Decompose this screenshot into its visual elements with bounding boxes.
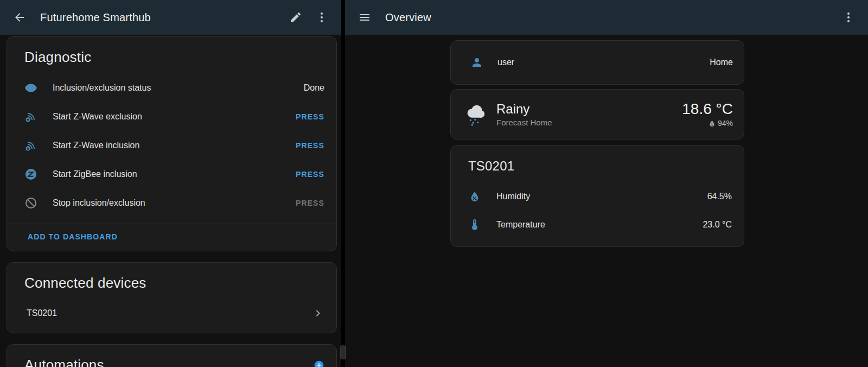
- eye-icon: [24, 81, 37, 94]
- kebab-menu-icon: [315, 11, 328, 24]
- automations-title-row: Automations: [7, 345, 336, 367]
- diagnostic-row-inclusion-status[interactable]: Inclusion/exclusion status Done: [7, 73, 336, 102]
- humidity-icon: [468, 190, 481, 203]
- device-page-content: Diagnostic Inclusion/exclusion status Do…: [0, 35, 341, 367]
- diagnostic-card: Diagnostic Inclusion/exclusion status Do…: [7, 36, 337, 251]
- sensor-device-card: TS0201 Humidity 64.5% Temperature 23.0 °…: [450, 145, 744, 247]
- blocked-icon: [24, 197, 37, 210]
- zwave-icon: 2: [24, 110, 37, 123]
- row-label: Inclusion/exclusion status: [53, 83, 151, 93]
- weather-subtitle: Forecast Home: [496, 118, 552, 127]
- thermometer-icon: [468, 218, 481, 231]
- automations-title: Automations: [24, 357, 104, 367]
- svg-text:2: 2: [27, 147, 29, 150]
- hamburger-icon: [358, 11, 371, 24]
- connected-devices-title: Connected devices: [7, 263, 336, 299]
- user-name: user: [497, 58, 514, 67]
- add-automation-button[interactable]: [314, 360, 324, 367]
- connected-devices-card: Connected devices TS0201: [7, 262, 337, 333]
- right-overflow-menu-button[interactable]: [835, 4, 861, 30]
- chevron-right-icon: [311, 307, 324, 320]
- diagnostic-row-zwave-exclusion[interactable]: 2 Start Z-Wave exclusion PRESS: [7, 102, 336, 131]
- sensor-value: 23.0 °C: [703, 220, 732, 230]
- water-percent-icon: [708, 119, 716, 128]
- sensor-label: Humidity: [496, 192, 530, 201]
- press-button[interactable]: PRESS: [296, 141, 324, 150]
- weather-humidity: 94%: [718, 119, 733, 128]
- row-label: Start Z-Wave inclusion: [53, 141, 139, 150]
- sensor-row-humidity[interactable]: Humidity 64.5%: [451, 182, 744, 211]
- sensor-value: 64.5%: [707, 192, 732, 201]
- row-label: Start Z-Wave exclusion: [53, 112, 142, 122]
- device-page-title: Futurehome Smarthub: [40, 11, 151, 24]
- person-icon: [470, 56, 483, 69]
- plus-circle-icon: [314, 360, 324, 367]
- press-button-disabled: PRESS: [296, 199, 324, 207]
- weather-humidity-row: 94%: [682, 119, 733, 128]
- user-state: Home: [710, 58, 733, 67]
- sensor-label: Temperature: [496, 220, 545, 230]
- overview-panel: Overview user Home: [345, 0, 868, 367]
- press-button[interactable]: PRESS: [296, 112, 324, 121]
- split-divider-handle[interactable]: [340, 345, 346, 359]
- device-name: TS0201: [27, 308, 57, 318]
- left-overflow-menu-button[interactable]: [309, 4, 335, 30]
- device-page-panel: Futurehome Smarthub Diagnostic Inclusion…: [0, 0, 341, 367]
- split-divider[interactable]: [341, 0, 345, 367]
- diagnostic-row-zigbee-inclusion[interactable]: Start ZigBee inclusion PRESS: [7, 160, 336, 188]
- add-to-dashboard-button[interactable]: ADD TO DASHBOARD: [7, 224, 126, 251]
- back-arrow-icon: [13, 11, 26, 24]
- weather-temperature: 18.6 °C: [682, 101, 733, 118]
- overview-title: Overview: [385, 11, 431, 24]
- sensor-row-temperature[interactable]: Temperature 23.0 °C: [451, 211, 744, 239]
- row-value: Done: [304, 83, 324, 93]
- device-list-item[interactable]: TS0201: [7, 299, 336, 333]
- overview-content: user Home: [345, 35, 868, 367]
- pencil-icon: [289, 11, 302, 24]
- right-app-bar: Overview: [345, 0, 868, 35]
- zwave-icon: 2: [24, 139, 37, 152]
- weather-rainy-icon: [463, 102, 488, 127]
- weather-condition-block: Rainy Forecast Home: [496, 102, 552, 127]
- weather-card[interactable]: Rainy Forecast Home 18.6 °C 94%: [450, 89, 744, 140]
- weather-condition: Rainy: [496, 102, 552, 117]
- diagnostic-card-title: Diagnostic: [7, 37, 336, 73]
- press-button[interactable]: PRESS: [296, 170, 324, 179]
- edit-button[interactable]: [283, 4, 309, 30]
- back-button[interactable]: [7, 4, 33, 30]
- row-label: Start ZigBee inclusion: [53, 169, 137, 179]
- kebab-menu-icon: [842, 11, 855, 24]
- diagnostic-row-zwave-inclusion[interactable]: 2 Start Z-Wave inclusion PRESS: [7, 131, 336, 160]
- sidebar-menu-button[interactable]: [352, 4, 378, 30]
- zigbee-icon: [24, 168, 37, 181]
- user-card[interactable]: user Home: [450, 40, 744, 85]
- sensor-card-title: TS0201: [451, 145, 744, 182]
- row-label: Stop inclusion/exclusion: [53, 198, 145, 208]
- split-screen: Futurehome Smarthub Diagnostic Inclusion…: [0, 0, 868, 367]
- weather-readings: 18.6 °C 94%: [682, 101, 733, 128]
- diagnostic-row-stop-inclusion[interactable]: Stop inclusion/exclusion PRESS: [7, 188, 336, 217]
- automations-card: Automations: [7, 344, 337, 367]
- svg-text:2: 2: [27, 118, 29, 121]
- left-app-bar: Futurehome Smarthub: [0, 0, 341, 35]
